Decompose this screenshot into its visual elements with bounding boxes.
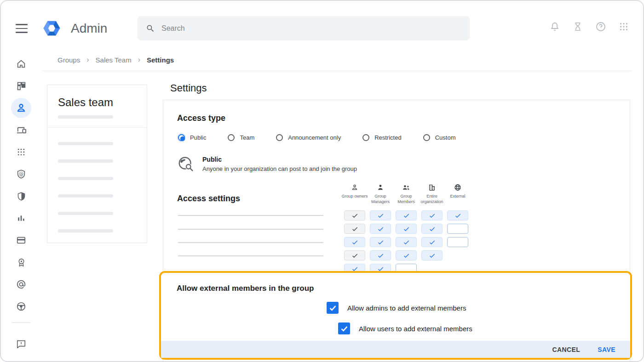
radio-custom[interactable]: Custom bbox=[423, 134, 456, 141]
app-title: Admin bbox=[71, 21, 107, 36]
column-group-managers: Group Managers bbox=[370, 184, 391, 204]
matrix-checkbox-checked[interactable] bbox=[370, 210, 391, 221]
sidebar-item-dashboard[interactable] bbox=[10, 75, 32, 97]
action-footer: CANCEL SAVE bbox=[161, 341, 630, 358]
cancel-button[interactable]: CANCEL bbox=[552, 346, 581, 353]
placeholder-bar bbox=[58, 115, 113, 119]
google-admin-logo bbox=[42, 18, 62, 40]
at-icon bbox=[16, 279, 26, 289]
menu-icon[interactable] bbox=[16, 24, 28, 33]
search-placeholder: Search bbox=[161, 24, 185, 33]
selected-type-title: Public bbox=[202, 156, 357, 163]
group-panel: Sales team bbox=[47, 85, 147, 243]
placeholder-bar bbox=[58, 229, 113, 232]
matrix-checkbox-checked[interactable] bbox=[421, 237, 443, 247]
radio-restricted[interactable]: Restricted bbox=[362, 134, 402, 141]
placeholder-bar bbox=[58, 159, 113, 163]
breadcrumb: Groups › Sales Team › Settings bbox=[58, 56, 174, 64]
group-title: Sales team bbox=[47, 85, 147, 109]
shield-at-icon: @ bbox=[16, 169, 26, 179]
matrix-checkbox-checked[interactable] bbox=[370, 224, 391, 234]
matrix-checkbox-empty[interactable] bbox=[447, 224, 468, 234]
sidebar-item-admin-tools[interactable] bbox=[10, 295, 32, 317]
building-icon bbox=[428, 184, 436, 191]
allow-admins-checkbox[interactable] bbox=[327, 302, 339, 314]
sidebar-item-reporting[interactable] bbox=[10, 207, 32, 229]
matrix-checkbox-checked[interactable] bbox=[421, 250, 443, 260]
divider bbox=[12, 322, 30, 323]
matrix-checkbox-checked[interactable] bbox=[396, 224, 417, 234]
sidebar-item-compliance[interactable] bbox=[10, 185, 32, 207]
placeholder-setting-row bbox=[178, 229, 323, 230]
matrix-checkbox-checked[interactable] bbox=[421, 224, 443, 234]
matrix-row bbox=[344, 237, 468, 247]
access-settings-heading: Access settings bbox=[177, 194, 240, 204]
badge-icon bbox=[17, 258, 26, 267]
page-title: Settings bbox=[170, 82, 207, 94]
help-icon[interactable] bbox=[595, 21, 606, 32]
search-input[interactable]: Search bbox=[138, 16, 470, 40]
shield-icon bbox=[17, 192, 26, 201]
sidebar-item-rules[interactable] bbox=[10, 273, 32, 295]
selected-type-description: Anyone in your organization can post to … bbox=[202, 165, 357, 172]
radio-public[interactable]: Public bbox=[178, 134, 206, 141]
radio-button-icon bbox=[423, 134, 430, 141]
breadcrumb-sales-team[interactable]: Sales Team bbox=[96, 56, 132, 64]
apps-dots-icon bbox=[17, 147, 26, 157]
check-icon bbox=[328, 304, 337, 312]
matrix-checkbox-checked[interactable] bbox=[396, 237, 417, 247]
radio-button-icon bbox=[178, 134, 185, 141]
matrix-checkbox-checked[interactable] bbox=[447, 210, 468, 221]
matrix-row bbox=[344, 250, 468, 260]
allow-users-label: Allow users to add external members bbox=[359, 325, 472, 333]
feedback-icon bbox=[16, 339, 26, 349]
sidebar-item-devices[interactable] bbox=[10, 119, 32, 141]
allow-admins-row: Allow admins to add external members bbox=[327, 302, 466, 314]
matrix-checkbox-empty[interactable] bbox=[447, 237, 468, 247]
people-icon bbox=[402, 184, 410, 191]
matrix-checkbox-checked[interactable] bbox=[370, 237, 391, 247]
public-globe-search-icon bbox=[178, 156, 195, 173]
sidebar-item-home[interactable] bbox=[10, 53, 32, 75]
radio-announcement-only[interactable]: Announcement only bbox=[276, 134, 341, 141]
person-outline-icon bbox=[351, 184, 358, 191]
sidebar-item-account[interactable] bbox=[10, 251, 32, 273]
apps-grid-icon[interactable] bbox=[618, 21, 629, 32]
person-filled-icon bbox=[377, 184, 384, 191]
sidebar-item-feedback[interactable] bbox=[10, 339, 32, 350]
matrix-checkbox-checked[interactable] bbox=[396, 250, 417, 260]
tasks-hourglass-icon[interactable] bbox=[572, 21, 583, 32]
sidebar-item-billing[interactable] bbox=[10, 229, 32, 251]
placeholder-bar bbox=[58, 212, 113, 215]
column-external: External bbox=[447, 184, 468, 204]
divider bbox=[47, 127, 147, 128]
admin-console-window: Admin Search bbox=[0, 0, 644, 362]
divider bbox=[42, 71, 632, 71]
placeholder-setting-row bbox=[178, 255, 323, 256]
matrix-checkbox-checked[interactable] bbox=[396, 210, 417, 221]
placeholder-bar bbox=[58, 194, 113, 198]
devices-icon bbox=[16, 125, 27, 136]
radio-button-icon bbox=[228, 134, 235, 141]
notifications-icon[interactable] bbox=[549, 21, 560, 32]
access-type-options: Public Team Announcement only Restricted… bbox=[178, 134, 455, 141]
bar-chart-icon bbox=[17, 214, 26, 223]
allow-users-checkbox[interactable] bbox=[338, 322, 350, 334]
save-button[interactable]: SAVE bbox=[598, 346, 615, 353]
matrix-checkbox-owner[interactable] bbox=[344, 224, 365, 234]
sidebar-item-directory[interactable] bbox=[10, 97, 32, 119]
breadcrumb-groups[interactable]: Groups bbox=[58, 56, 80, 64]
matrix-checkbox-owner[interactable] bbox=[344, 210, 365, 221]
matrix-row bbox=[344, 224, 468, 234]
sidebar-item-security[interactable]: @ bbox=[10, 163, 32, 185]
dashboard-icon bbox=[17, 81, 26, 91]
matrix-checkbox-owner[interactable] bbox=[344, 250, 365, 260]
chevron-right-icon: › bbox=[86, 56, 89, 64]
column-group-owners: Group owners bbox=[344, 184, 365, 204]
matrix-checkbox-checked[interactable] bbox=[421, 210, 443, 221]
matrix-checkbox-checked[interactable] bbox=[344, 237, 365, 247]
sidebar-item-apps[interactable] bbox=[10, 141, 32, 163]
radio-team[interactable]: Team bbox=[228, 134, 254, 141]
matrix-checkbox-checked[interactable] bbox=[370, 250, 391, 260]
placeholder-bar bbox=[58, 142, 113, 145]
